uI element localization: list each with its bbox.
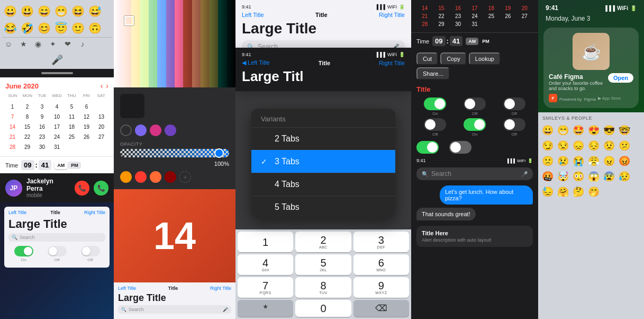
emoji-8[interactable]: 🤣	[19, 20, 35, 36]
cal-cell[interactable]: 1	[5, 102, 20, 112]
toggle-switch-off2[interactable]	[81, 246, 100, 256]
cal-cell[interactable]: 20	[94, 122, 108, 132]
cal-cell[interactable]: 4	[50, 102, 64, 112]
emoji-right-3[interactable]: 🤩	[571, 123, 586, 138]
open-button[interactable]: Open	[608, 73, 633, 83]
emoji-9[interactable]: 😊	[36, 20, 52, 36]
emoji-10[interactable]: 😇	[53, 20, 69, 36]
cal-cell[interactable]: 31	[50, 143, 64, 152]
toggle-dark-on1[interactable]	[424, 98, 446, 110]
emoji-right-10[interactable]: 😔	[586, 138, 601, 153]
cal-cell[interactable]	[79, 100, 94, 102]
numpad-key-5[interactable]: 5 JKL	[295, 254, 351, 275]
emoji-right-25[interactable]: 😓	[540, 184, 555, 199]
cal-cell[interactable]: 28	[5, 143, 20, 152]
mini-search[interactable]: 🔍 Search 🎤	[118, 305, 231, 314]
emoji-right-17[interactable]: 😠	[602, 154, 616, 169]
context-lookup-btn[interactable]: Lookup	[469, 52, 501, 65]
swatch-red-orange[interactable]	[150, 171, 161, 183]
cal-dark-cell[interactable]: 19	[500, 4, 516, 12]
time-dark-hours[interactable]: 09	[432, 36, 445, 46]
cal-cell[interactable]: 21	[5, 132, 20, 142]
emoji-right-20[interactable]: 🤯	[556, 169, 570, 184]
cal-dark-cell[interactable]: 17	[466, 4, 483, 12]
emoji-right-7[interactable]: 😏	[540, 138, 555, 153]
emoji-right-11[interactable]: 😟	[602, 138, 616, 153]
emoji-6[interactable]: 😅	[87, 3, 103, 19]
emoji-7[interactable]: 😂	[2, 20, 18, 36]
emoji-2[interactable]: 😃	[19, 3, 35, 19]
cal-cell[interactable]: 24	[50, 132, 64, 142]
cal-cell[interactable]: 2	[20, 102, 34, 112]
cal-cell[interactable]	[5, 100, 20, 102]
cal-cell[interactable]: 10	[50, 112, 64, 122]
toggle-dark-off1[interactable]	[464, 98, 486, 110]
toggle-cell-on1[interactable]: On	[416, 98, 454, 116]
dropdown-item-2tabs[interactable]: 2 Tabs	[251, 127, 395, 150]
cal-cell[interactable]: 8	[20, 112, 34, 122]
emoji-right-8[interactable]: 😒	[556, 138, 570, 153]
emoji-right-4[interactable]: 😍	[586, 123, 601, 138]
emoji-right-2[interactable]: 😁	[556, 123, 570, 138]
numpad-key-1[interactable]: 1	[238, 232, 293, 252]
swatch-outline[interactable]	[120, 125, 132, 136]
cal-cell[interactable]: 15	[20, 122, 34, 132]
emoji-right-28[interactable]: 🤭	[586, 184, 601, 199]
cal-cell[interactable]: 3	[35, 102, 49, 112]
cal-cell[interactable]: 29	[20, 143, 34, 152]
cal-cell[interactable]: 25	[65, 132, 79, 142]
cal-dark-cell[interactable]: 14	[416, 4, 433, 12]
toggle-cell-off2[interactable]: Off	[495, 98, 533, 116]
emoji-toolbar-icon-6[interactable]: ♪	[76, 39, 89, 49]
pm-button[interactable]: PM	[68, 162, 81, 169]
time-minutes[interactable]: 41	[39, 160, 51, 170]
swatch-violet[interactable]	[165, 125, 176, 136]
time-dark-minutes[interactable]: 41	[450, 36, 462, 46]
toggle-cell-off1[interactable]: Off	[456, 98, 494, 116]
cal-cell[interactable]	[20, 100, 34, 102]
emoji-right-22[interactable]: 😱	[586, 169, 601, 184]
numpad-key-backspace[interactable]: ⌫	[353, 300, 409, 317]
context-share-btn[interactable]: Share...	[416, 67, 450, 80]
cal-cell[interactable]	[94, 102, 108, 112]
numpad-key-9[interactable]: 9 WXYZ	[353, 277, 409, 298]
green-toggle[interactable]	[416, 141, 439, 154]
cal-dark-cell[interactable]: 16	[450, 4, 466, 12]
am-button[interactable]: AM	[55, 162, 67, 169]
emoji-right-6[interactable]: 🤓	[617, 123, 632, 138]
emoji-right-5[interactable]: 😎	[602, 123, 616, 138]
dropdown-item-5tabs[interactable]: 5 Tabs	[251, 196, 395, 218]
toggle-on[interactable]: On	[8, 246, 39, 262]
cal-cell[interactable]: 23	[35, 132, 49, 142]
cal-next-btn[interactable]: ›	[106, 82, 108, 90]
emoji-5[interactable]: 😆	[70, 3, 86, 19]
emoji-toolbar-icon-4[interactable]: ✦	[47, 39, 59, 49]
context-cut-btn[interactable]: Cut	[416, 52, 438, 65]
decline-button[interactable]: 📞	[75, 181, 89, 196]
cal-dark-cell[interactable]: 30	[450, 20, 466, 28]
cal-prev-btn[interactable]: ‹	[101, 82, 103, 90]
accept-button[interactable]: 📞	[94, 181, 108, 196]
toggle-off2[interactable]: Off	[75, 246, 105, 262]
pm-dark-btn[interactable]: PM	[479, 38, 492, 45]
cal-dark-cell[interactable]: 24	[466, 12, 483, 20]
emoji-right-9[interactable]: 😞	[571, 138, 586, 153]
dropdown-item-4tabs[interactable]: 4 Tabs	[251, 173, 395, 196]
toggle-off1[interactable]: Off	[42, 246, 72, 262]
cal-cell[interactable]: 17	[50, 122, 64, 132]
cal-dark-cell[interactable]: 21	[416, 12, 433, 20]
cal-dark-cell[interactable]: 31	[466, 20, 483, 28]
cal-dark-cell[interactable]: 22	[433, 12, 449, 20]
color-selector-indicator[interactable]	[124, 16, 134, 25]
cal-cell[interactable]: 11	[65, 112, 79, 122]
cal-cell[interactable]: 27	[94, 132, 108, 142]
toggle-cell-off4[interactable]: Off	[495, 118, 533, 137]
swatch-orange[interactable]	[120, 171, 132, 183]
emoji-right-26[interactable]: 🤗	[556, 184, 570, 199]
swatch-dark-red[interactable]	[165, 171, 176, 183]
dropdown-menu[interactable]: Variants 2 Tabs ✓ 3 Tabs 4 Tabs 5 Tabs	[251, 109, 395, 218]
toggle-switch-off1[interactable]	[48, 246, 67, 256]
cal-cell[interactable]: 30	[35, 143, 49, 152]
emoji-right-24[interactable]: 😥	[617, 169, 632, 184]
emoji-right-1[interactable]: 😀	[540, 123, 555, 138]
